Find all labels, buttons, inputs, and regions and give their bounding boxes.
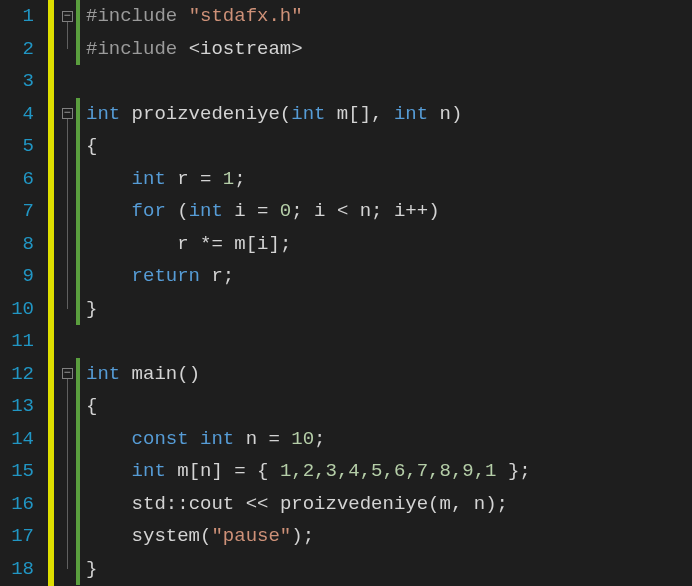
line-number: 10 [10, 293, 34, 326]
line-number: 17 [10, 520, 34, 553]
line-number: 7 [10, 195, 34, 228]
code-line[interactable] [76, 65, 692, 98]
code-line[interactable]: { [76, 390, 692, 423]
code-line[interactable]: for (int i = 0; i < n; i++) [76, 195, 692, 228]
code-line[interactable]: } [76, 553, 692, 586]
code-line[interactable]: } [76, 293, 692, 326]
code-line[interactable]: system("pause"); [76, 520, 692, 553]
code-line[interactable]: return r; [76, 260, 692, 293]
code-line[interactable]: int proizvedeniye(int m[], int n) [76, 98, 692, 131]
fold-toggle-icon[interactable]: − [62, 108, 73, 119]
fold-toggle-icon[interactable]: − [62, 11, 73, 22]
line-number: 6 [10, 163, 34, 196]
code-line[interactable]: { [76, 130, 692, 163]
line-number: 13 [10, 390, 34, 423]
code-line[interactable]: const int n = 10; [76, 423, 692, 456]
code-editor[interactable]: − #include "stdafx.h" #include <iostream… [54, 0, 692, 586]
code-line[interactable]: int main() [76, 358, 692, 391]
line-number-gutter: 1 2 3 4 5 6 7 8 9 10 11 12 13 14 15 16 1… [0, 0, 48, 586]
line-number: 5 [10, 130, 34, 163]
line-number: 12 [10, 358, 34, 391]
line-number: 15 [10, 455, 34, 488]
code-line[interactable]: #include <iostream> [76, 33, 692, 66]
code-line[interactable]: #include "stdafx.h" [76, 0, 692, 33]
line-number: 4 [10, 98, 34, 131]
line-number: 11 [10, 325, 34, 358]
line-number: 16 [10, 488, 34, 521]
fold-column: − [58, 0, 76, 33]
line-number: 9 [10, 260, 34, 293]
line-number: 14 [10, 423, 34, 456]
line-number: 2 [10, 33, 34, 66]
fold-toggle-icon[interactable]: − [62, 368, 73, 379]
code-line[interactable]: std::cout << proizvedeniye(m, n); [76, 488, 692, 521]
line-number: 8 [10, 228, 34, 261]
code-line[interactable] [76, 325, 692, 358]
line-number: 3 [10, 65, 34, 98]
code-line[interactable]: int m[n] = { 1,2,3,4,5,6,7,8,9,1 }; [76, 455, 692, 488]
code-line[interactable]: int r = 1; [76, 163, 692, 196]
line-number: 18 [10, 553, 34, 586]
code-line[interactable]: r *= m[i]; [76, 228, 692, 261]
line-number: 1 [10, 0, 34, 33]
